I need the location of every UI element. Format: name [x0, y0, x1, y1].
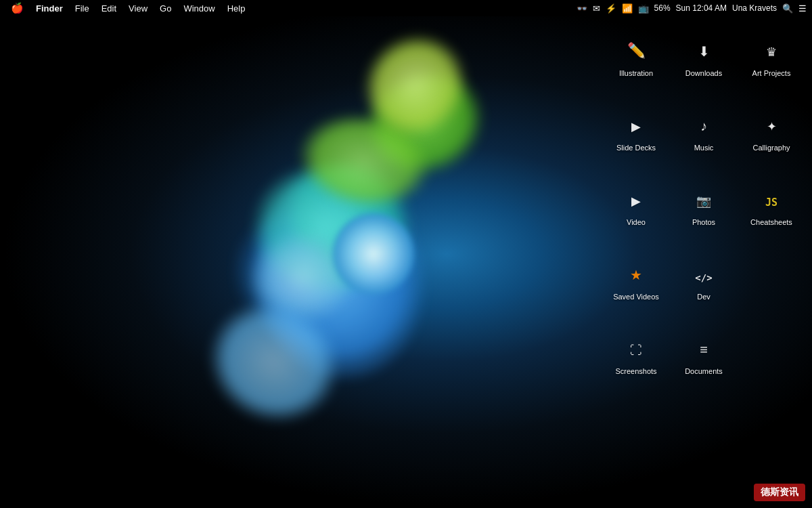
folder-cheatsheets[interactable]: JS Cheatsheets [738, 172, 805, 247]
folder-calligraphy[interactable]: ✦ Calligraphy [738, 98, 805, 172]
desktop-icons: ✏️ Illustration ⬇ Downloads ♛ Art Projec… [602, 23, 805, 396]
menu-left: 🍎 Finder File Edit View Go Window Help [5, 2, 250, 15]
folder-downloads[interactable]: ⬇ Downloads [670, 23, 738, 98]
folder-label-saved-videos: Saved Videos [613, 293, 659, 301]
folder-label-cheatsheets: Cheatsheets [750, 218, 792, 227]
help-menu[interactable]: Help [222, 2, 251, 15]
folder-saved-videos[interactable]: ★ Saved Videos [602, 247, 670, 321]
downloads-icon: ⬇ [698, 43, 710, 60]
bluetooth-icon: ⚡ [606, 3, 616, 14]
folder-label-slide-decks: Slide Decks [616, 144, 656, 152]
calligraphy-icon: ✦ [767, 119, 777, 134]
folder-label-calligraphy: Calligraphy [752, 144, 790, 152]
window-menu[interactable]: Window [178, 2, 220, 15]
folder-photos[interactable]: 📷 Photos [670, 172, 738, 247]
watermark: 德斯资讯 [754, 484, 805, 501]
list-icon[interactable]: ☰ [798, 3, 807, 14]
mail-icon: ✉ [593, 3, 600, 14]
folder-label-downloads: Downloads [685, 69, 722, 78]
airplay-icon: 📺 [638, 3, 649, 14]
apple-menu[interactable]: 🍎 [5, 2, 29, 14]
folder-label-screenshots: Screenshots [615, 367, 656, 376]
art-projects-icon: ♛ [766, 45, 777, 60]
folder-label-illustration: Illustration [619, 69, 653, 78]
battery-indicator: 56% [654, 3, 671, 13]
folder-illustration[interactable]: ✏️ Illustration [602, 23, 670, 98]
folder-documents[interactable]: ≡ Documents [670, 321, 738, 396]
folder-label-music: Music [694, 144, 714, 152]
eyeglasses-icon: 👓 [577, 3, 587, 14]
view-menu[interactable]: View [123, 2, 153, 15]
file-menu[interactable]: File [70, 2, 95, 15]
folder-art-projects[interactable]: ♛ Art Projects [738, 23, 805, 98]
folder-label-documents: Documents [685, 367, 723, 376]
folder-music[interactable]: ♪ Music [670, 98, 738, 172]
menu-right: 👓 ✉ ⚡ 📶 📺 56% Sun 12:04 AM Una Kravets 🔍… [577, 3, 807, 14]
edit-menu[interactable]: Edit [96, 2, 122, 15]
menubar: 🍎 Finder File Edit View Go Window Help 👓… [0, 0, 812, 16]
saved-videos-icon: ★ [630, 267, 642, 283]
folder-label-art-projects: Art Projects [752, 69, 791, 78]
dev-icon: </> [695, 272, 712, 283]
illustration-icon: ✏️ [627, 42, 646, 60]
finder-menu[interactable]: Finder [30, 2, 68, 15]
folder-screenshots[interactable]: ⛶ Screenshots [602, 321, 670, 396]
folder-video[interactable]: ▶ Video [602, 172, 670, 247]
wifi-icon: 📶 [622, 3, 633, 14]
folder-label-dev: Dev [697, 293, 710, 301]
photos-icon: 📷 [696, 194, 711, 209]
documents-icon: ≡ [700, 342, 708, 358]
folder-label-photos: Photos [692, 218, 715, 227]
folder-dev[interactable]: </> Dev [670, 247, 738, 321]
cheatsheets-icon: JS [765, 196, 777, 209]
search-icon[interactable]: 🔍 [782, 3, 793, 14]
go-menu[interactable]: Go [154, 2, 177, 15]
folder-slide-decks[interactable]: ▶ Slide Decks [602, 98, 670, 172]
music-icon: ♪ [700, 119, 707, 134]
slide-decks-icon: ▶ [631, 119, 641, 134]
video-icon: ▶ [631, 194, 641, 209]
screenshots-icon: ⛶ [630, 343, 642, 358]
folder-label-video: Video [627, 218, 646, 227]
datetime: Sun 12:04 AM [676, 3, 727, 13]
username: Una Kravets [732, 3, 777, 13]
